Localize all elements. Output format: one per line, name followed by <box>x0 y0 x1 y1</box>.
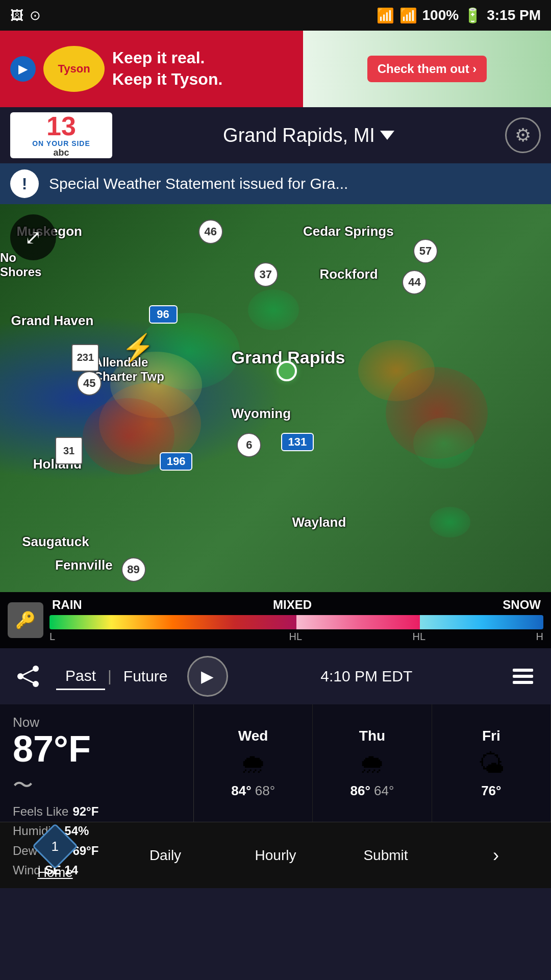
city-dropdown-arrow[interactable] <box>380 131 394 140</box>
more-arrow: › <box>493 845 499 866</box>
radar-green-4 <box>430 507 470 537</box>
forecast-day-name: Thu <box>359 728 385 744</box>
forecast-weather-icon: 🌧 <box>359 748 385 779</box>
daily-label: Daily <box>149 847 181 864</box>
future-button[interactable]: Future <box>114 664 177 689</box>
forecast-lo: 68° <box>255 783 275 798</box>
forecast-temps: 76° <box>481 783 501 799</box>
map-container[interactable]: ⤢ Muskegon Cedar Springs NoShores Rockfo… <box>0 204 551 592</box>
map-background: ⤢ Muskegon Cedar Springs NoShores Rockfo… <box>0 204 551 592</box>
settings-button[interactable]: ⚙ <box>505 117 541 153</box>
legend-content: RAIN MIXED SNOW L H L H L H <box>49 598 543 643</box>
past-button[interactable]: Past <box>56 663 105 690</box>
label-grand-haven: Grand Haven <box>11 313 94 329</box>
forecast-lo: 64° <box>374 783 394 798</box>
alert-banner[interactable]: ! Special Weather Statement issued for G… <box>0 163 551 204</box>
snow-low: L <box>420 631 425 643</box>
bottom-nav: 1 Home Daily Hourly Submit › <box>0 822 551 888</box>
channel-number: 13 <box>46 113 76 139</box>
expand-map-button[interactable]: ⤢ <box>10 214 56 260</box>
app-header: 13 ON YOUR SIDE abc Grand Rapids, MI ⚙ <box>0 107 551 163</box>
road-96: 96 <box>149 305 178 324</box>
timeline-divider: | <box>105 668 114 685</box>
forecast-weather-icon: 🌤 <box>478 748 505 779</box>
feels-like-row: Feels Like 92°F <box>13 802 181 821</box>
radar-green-2 <box>413 418 474 469</box>
ad-play-icon[interactable]: ▶ <box>10 56 36 82</box>
forecast-days: Wed 🌧 84° 68° Thu 🌧 86° 64° Fri 🌤 76° <box>194 704 551 822</box>
alert-text: Special Weather Statement issued for Gra… <box>49 175 348 192</box>
gear-icon: ⚙ <box>515 125 531 146</box>
alert-icon: ! <box>10 169 39 198</box>
road-131: 131 <box>281 433 314 451</box>
forecast-weather-icon: 🌧 <box>240 748 266 779</box>
legend-mixed-bar <box>296 615 420 629</box>
legend-snow-bar <box>420 615 543 629</box>
forecast-temps: 84° 68° <box>231 783 275 799</box>
ad-banner[interactable]: ▶ Tyson Keep it real. Keep it Tyson. Che… <box>0 31 551 107</box>
forecast-day-fri: Fri 🌤 76° <box>432 704 551 822</box>
road-31: 31 <box>55 437 83 464</box>
nav-hourly[interactable]: Hourly <box>220 847 331 864</box>
forecast-hi: 86° <box>350 783 370 798</box>
rain-high: H <box>289 631 296 643</box>
play-button[interactable]: ▶ <box>187 656 228 697</box>
channel-logo: 13 ON YOUR SIDE abc <box>10 112 112 158</box>
home-diamond-icon: 1 <box>32 823 79 870</box>
city-selector[interactable]: Grand Rapids, MI <box>120 125 497 146</box>
controls-bar: Past | Future ▶ 4:10 PM EDT <box>0 648 551 704</box>
lightning-icon: ⚡ <box>121 332 155 363</box>
snow-high: H <box>536 631 543 643</box>
radar-green-3 <box>248 289 299 330</box>
road-89: 89 <box>121 557 146 582</box>
location-dot <box>277 361 297 381</box>
svg-rect-6 <box>513 675 533 678</box>
legend-rain-label: RAIN <box>52 598 82 612</box>
forecast-day-name: Fri <box>482 728 500 744</box>
layers-button[interactable] <box>505 658 541 694</box>
time-display: 3:15 PM <box>487 7 541 23</box>
channel-abc: abc <box>53 148 69 158</box>
legend-bar: 🔑 RAIN MIXED SNOW L H L H L H <box>0 592 551 648</box>
label-cedar-springs: Cedar Springs <box>303 224 394 239</box>
city-name: Grand Rapids, MI <box>223 125 375 146</box>
status-left: 🖼 ⊙ <box>10 8 41 23</box>
road-44: 44 <box>402 270 427 295</box>
label-rockford: Rockford <box>319 266 378 282</box>
legend-type-labels: RAIN MIXED SNOW <box>49 598 543 612</box>
svg-rect-5 <box>513 669 533 672</box>
ad-left: ▶ Tyson Keep it real. Keep it Tyson. <box>0 31 303 107</box>
feels-like-value: 92°F <box>72 802 98 821</box>
label-wyoming: Wyoming <box>232 406 291 422</box>
legend-rain-bar <box>49 615 296 629</box>
ad-logo: Tyson <box>43 46 105 92</box>
wifi-icon: 📶 <box>377 7 394 24</box>
legend-snow-label: SNOW <box>503 598 541 612</box>
radar-orange-2 <box>358 340 435 401</box>
ad-right[interactable]: Check them out › <box>303 31 551 107</box>
wind-icon: 〜 <box>13 771 181 799</box>
ad-cta-button[interactable]: Check them out › <box>367 56 487 82</box>
label-wayland: Wayland <box>292 514 346 530</box>
status-bar: 🖼 ⊙ 📶 📶 100% 🔋 3:15 PM <box>0 0 551 31</box>
road-37: 37 <box>254 262 278 287</box>
forecast-day-thu: Thu 🌧 86° 64° <box>313 704 432 822</box>
time-display: 4:10 PM EDT <box>238 668 495 685</box>
current-temperature: 87°F <box>13 730 181 767</box>
forecast-hi: 76° <box>481 783 501 798</box>
nav-submit[interactable]: Submit <box>331 847 441 864</box>
nav-home[interactable]: 1 Home <box>0 830 110 880</box>
legend-key-icon[interactable]: 🔑 <box>8 602 43 638</box>
ad-tagline: Keep it real. Keep it Tyson. <box>112 47 222 90</box>
submit-label: Submit <box>363 847 408 864</box>
mixed-high: H <box>413 631 420 643</box>
label-fennville: Fennville <box>55 557 113 573</box>
weather-data-strip: Now 87°F 〜 Feels Like 92°F Humidity 54% … <box>0 704 551 822</box>
battery-text: 100% <box>422 7 459 23</box>
nav-daily[interactable]: Daily <box>110 847 220 864</box>
share-button[interactable] <box>10 658 46 694</box>
svg-rect-7 <box>513 681 533 684</box>
label-saugatuck: Saugatuck <box>22 534 89 550</box>
nav-more[interactable]: › <box>441 845 551 866</box>
sync-icon: ⊙ <box>30 8 41 23</box>
